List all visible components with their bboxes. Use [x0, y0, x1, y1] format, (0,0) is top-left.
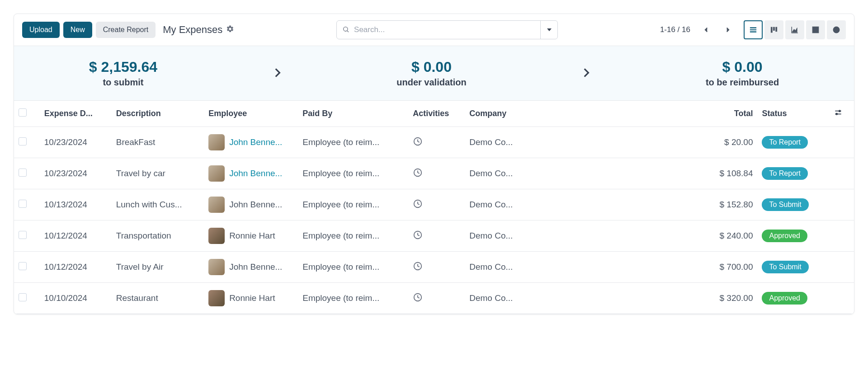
cell-paidby: Employee (to reim...	[298, 283, 408, 314]
summary-to-submit[interactable]: $ 2,159.64 to submit	[89, 59, 157, 88]
cell-paidby: Employee (to reim...	[298, 127, 408, 158]
status-badge: To Report	[762, 167, 807, 180]
col-description[interactable]: Description	[112, 101, 204, 127]
cell-description: BreakFast	[112, 127, 204, 158]
summary-strip: $ 2,159.64 to submit $ 0.00 under valida…	[14, 46, 854, 101]
cell-company: Demo Co...	[465, 252, 542, 283]
table-header-row: Expense D... Description Employee Paid B…	[14, 101, 854, 127]
svg-point-0	[344, 27, 348, 31]
clock-icon[interactable]	[413, 295, 423, 304]
cell-total: $ 20.00	[542, 127, 758, 158]
view-pivot-button[interactable]	[806, 20, 825, 39]
table-row[interactable]: 10/23/2024Travel by carJohn Benne...Empl…	[14, 158, 854, 189]
clock-icon[interactable]	[413, 139, 423, 148]
select-all-checkbox[interactable]	[19, 108, 27, 117]
col-employee[interactable]: Employee	[204, 101, 298, 127]
cell-paidby: Employee (to reim...	[298, 158, 408, 189]
svg-rect-7	[776, 27, 777, 32]
cell-employee: John Benne...	[229, 262, 282, 272]
column-options-icon[interactable]	[834, 110, 843, 119]
cell-description: Travel by Air	[112, 252, 204, 283]
chevron-right-icon	[580, 67, 592, 80]
svg-rect-3	[750, 29, 756, 30]
cell-company: Demo Co...	[465, 158, 542, 189]
right-controls: 1-16 / 16	[660, 20, 846, 39]
row-checkbox[interactable]	[19, 169, 27, 177]
summary-to-be-reimbursed[interactable]: $ 0.00 to be reimbursed	[706, 59, 779, 88]
cell-paidby: Employee (to reim...	[298, 252, 408, 283]
cell-paidby: Employee (to reim...	[298, 220, 408, 252]
col-company[interactable]: Company	[465, 101, 542, 127]
cell-company: Demo Co...	[465, 283, 542, 314]
cell-description: Transportation	[112, 220, 204, 252]
cell-employee: John Benne...	[229, 169, 282, 178]
cell-date: 10/12/2024	[40, 252, 112, 283]
view-kanban-button[interactable]	[764, 20, 783, 39]
avatar	[208, 228, 225, 244]
svg-line-1	[347, 31, 349, 32]
gear-icon[interactable]	[226, 24, 234, 36]
cell-date: 10/10/2024	[40, 283, 112, 314]
cell-description: Restaurant	[112, 283, 204, 314]
table-row[interactable]: 10/12/2024TransportationRonnie HartEmplo…	[14, 220, 854, 252]
cell-total: $ 108.84	[542, 158, 758, 189]
search-dropdown-toggle[interactable]	[540, 21, 557, 39]
pager-prev-button[interactable]	[697, 20, 716, 39]
cell-total: $ 152.80	[542, 189, 758, 220]
toolbar: Upload New Create Report My Expenses 1-1…	[14, 14, 854, 46]
page-title: My Expenses	[163, 24, 222, 36]
clock-icon[interactable]	[413, 232, 423, 242]
col-total[interactable]: Total	[542, 101, 758, 127]
cell-employee: Ronnie Hart	[229, 293, 275, 303]
row-checkbox[interactable]	[19, 293, 27, 301]
table-row[interactable]: 10/10/2024RestaurantRonnie HartEmployee …	[14, 283, 854, 314]
clock-icon[interactable]	[413, 201, 423, 211]
row-checkbox[interactable]	[19, 137, 27, 145]
col-status[interactable]: Status	[757, 101, 829, 127]
cell-date: 10/23/2024	[40, 127, 112, 158]
summary-amount: $ 2,159.64	[89, 59, 157, 75]
view-graph-button[interactable]	[785, 20, 804, 39]
cell-paidby: Employee (to reim...	[298, 189, 408, 220]
view-switcher	[744, 20, 846, 39]
view-list-button[interactable]	[744, 20, 763, 39]
summary-label: under validation	[396, 77, 466, 88]
cell-total: $ 700.00	[542, 252, 758, 283]
cell-company: Demo Co...	[465, 189, 542, 220]
table-row[interactable]: 10/13/2024Lunch with Cus...John Benne...…	[14, 189, 854, 220]
clock-icon[interactable]	[413, 170, 423, 179]
row-checkbox[interactable]	[19, 231, 27, 239]
expenses-panel: Upload New Create Report My Expenses 1-1…	[14, 14, 854, 314]
col-expense-date[interactable]: Expense D...	[40, 101, 112, 127]
cell-employee: Ronnie Hart	[229, 231, 275, 241]
col-activities[interactable]: Activities	[408, 101, 465, 127]
page-title-wrap: My Expenses	[163, 24, 234, 36]
search-box	[336, 20, 558, 39]
clock-icon[interactable]	[413, 263, 423, 273]
summary-under-validation[interactable]: $ 0.00 under validation	[396, 59, 466, 88]
row-checkbox[interactable]	[19, 262, 27, 270]
svg-point-15	[839, 110, 840, 112]
row-checkbox[interactable]	[19, 200, 27, 208]
status-badge: Approved	[762, 230, 807, 242]
view-activity-button[interactable]	[827, 20, 846, 39]
search-input[interactable]	[354, 25, 535, 34]
cell-date: 10/13/2024	[40, 189, 112, 220]
avatar	[208, 290, 225, 306]
new-button[interactable]: New	[63, 22, 92, 38]
status-badge: Approved	[762, 292, 807, 305]
upload-button[interactable]: Upload	[22, 22, 60, 38]
svg-rect-4	[750, 32, 756, 33]
col-paid-by[interactable]: Paid By	[298, 101, 408, 127]
svg-rect-5	[771, 27, 772, 33]
expenses-table: Expense D... Description Employee Paid B…	[14, 101, 854, 314]
cell-description: Travel by car	[112, 158, 204, 189]
table-row[interactable]: 10/23/2024BreakFastJohn Benne...Employee…	[14, 127, 854, 158]
cell-description: Lunch with Cus...	[112, 189, 204, 220]
avatar	[208, 134, 225, 150]
pager-next-button[interactable]	[718, 20, 737, 39]
svg-point-17	[836, 113, 837, 115]
table-row[interactable]: 10/12/2024Travel by AirJohn Benne...Empl…	[14, 252, 854, 283]
create-report-button[interactable]: Create Report	[96, 22, 156, 38]
cell-company: Demo Co...	[465, 127, 542, 158]
